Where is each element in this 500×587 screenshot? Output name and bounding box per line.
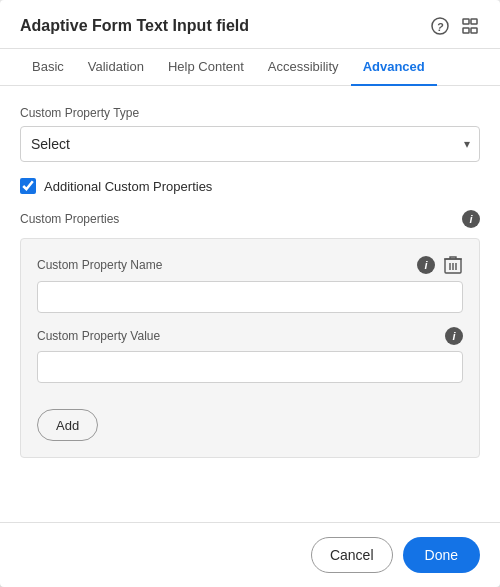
tab-help-content[interactable]: Help Content <box>156 49 256 86</box>
tab-basic[interactable]: Basic <box>20 49 76 86</box>
tab-advanced[interactable]: Advanced <box>351 49 437 86</box>
dialog-title: Adaptive Form Text Input field <box>20 17 249 35</box>
property-value-header: Custom Property Value i <box>37 327 463 345</box>
svg-rect-4 <box>463 28 469 33</box>
property-value-info-icon[interactable]: i <box>445 327 463 345</box>
svg-rect-5 <box>471 28 477 33</box>
svg-rect-3 <box>471 19 477 24</box>
custom-properties-box: Custom Property Name i <box>20 238 480 458</box>
custom-properties-section-label: Custom Properties <box>20 212 119 226</box>
dialog-body: Custom Property Type Select ▾ Additional… <box>0 86 500 522</box>
custom-property-type-label: Custom Property Type <box>20 106 480 120</box>
add-button[interactable]: Add <box>37 409 98 441</box>
help-icon[interactable]: ? <box>430 16 450 36</box>
cancel-button[interactable]: Cancel <box>311 537 393 573</box>
fullscreen-icon[interactable] <box>460 16 480 36</box>
custom-properties-header: Custom Properties i <box>20 210 480 228</box>
tab-validation[interactable]: Validation <box>76 49 156 86</box>
property-name-input[interactable] <box>37 281 463 313</box>
dialog: Adaptive Form Text Input field ? Basic V… <box>0 0 500 587</box>
additional-custom-properties-row: Additional Custom Properties <box>20 178 480 194</box>
custom-property-type-group: Custom Property Type Select ▾ <box>20 106 480 162</box>
property-value-label: Custom Property Value <box>37 329 160 343</box>
additional-custom-properties-label[interactable]: Additional Custom Properties <box>44 179 212 194</box>
tabs-bar: Basic Validation Help Content Accessibil… <box>0 49 500 86</box>
property-value-input[interactable] <box>37 351 463 383</box>
header-icons: ? <box>430 16 480 36</box>
tab-accessibility[interactable]: Accessibility <box>256 49 351 86</box>
delete-property-icon[interactable] <box>443 255 463 275</box>
done-button[interactable]: Done <box>403 537 480 573</box>
property-name-row: Custom Property Name i <box>37 255 463 313</box>
dialog-footer: Cancel Done <box>0 522 500 587</box>
property-name-label: Custom Property Name <box>37 258 162 272</box>
property-name-actions: i <box>417 255 463 275</box>
svg-rect-2 <box>463 19 469 24</box>
custom-property-type-select[interactable]: Select <box>20 126 480 162</box>
svg-text:?: ? <box>437 21 444 33</box>
property-name-header: Custom Property Name i <box>37 255 463 275</box>
custom-property-type-wrapper: Select ▾ <box>20 126 480 162</box>
property-value-row: Custom Property Value i <box>37 327 463 383</box>
additional-custom-properties-checkbox[interactable] <box>20 178 36 194</box>
dialog-header: Adaptive Form Text Input field ? <box>0 0 500 49</box>
property-name-info-icon[interactable]: i <box>417 256 435 274</box>
custom-properties-info-icon[interactable]: i <box>462 210 480 228</box>
